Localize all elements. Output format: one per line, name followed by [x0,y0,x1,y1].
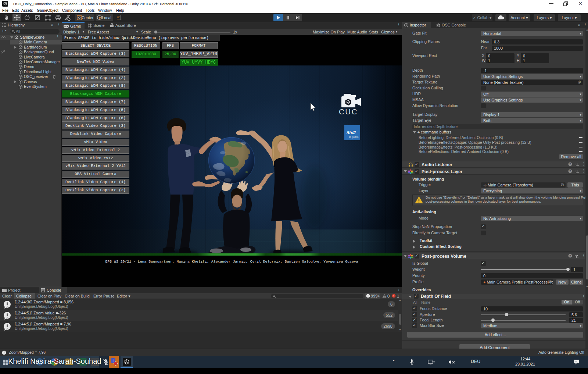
svg-text:CUC: CUC [339,107,358,116]
svg-text:?: ? [569,254,571,257]
svg-text:st. pölten: st. pölten [349,136,359,139]
svg-text:?: ? [569,170,571,173]
svg-text:?: ? [569,163,571,166]
svg-text:/fh///: /fh/// [346,130,356,135]
